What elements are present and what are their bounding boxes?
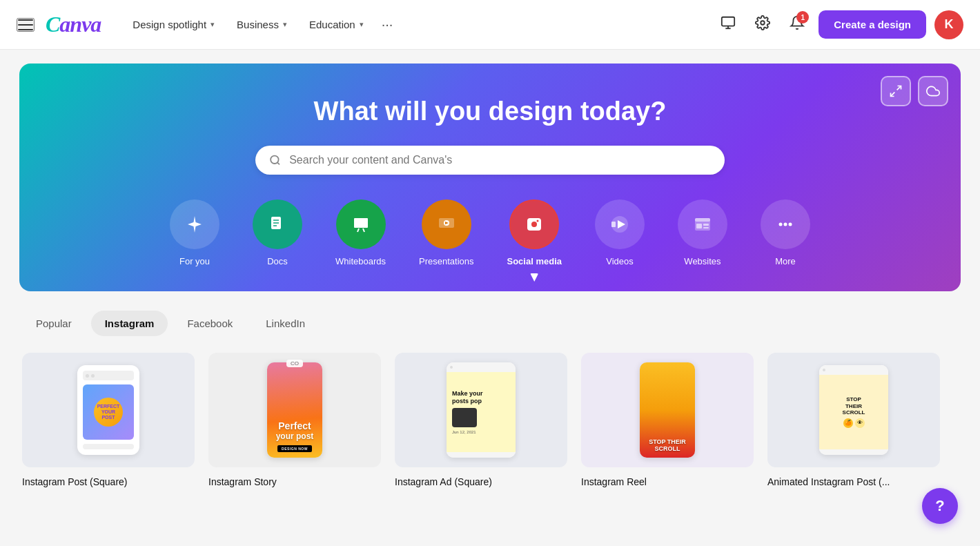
search-input[interactable] [289, 154, 711, 166]
videos-icon [595, 199, 645, 249]
presentations-label: Presentations [419, 256, 474, 266]
design-spotlight-label: Design spotlight [133, 19, 206, 30]
card-animated-instagram-post[interactable]: STOPTHEIRSCROLL 🍊 👁 Animated Instagram P… [767, 353, 940, 488]
websites-label: Websites [684, 256, 721, 266]
websites-icon [678, 199, 727, 249]
create-design-button[interactable]: Create a design [819, 10, 926, 39]
chevron-down-icon: ▾ [360, 20, 364, 29]
svg-line-7 [277, 162, 280, 164]
card-instagram-story[interactable]: Perfect your post DESIGN NOW CO Instagra… [208, 353, 381, 488]
card-label: Instagram Ad (Square) [395, 476, 492, 487]
svg-rect-22 [611, 222, 616, 227]
navbar: Canva Design spotlight ▾ Business ▾ Educ… [0, 0, 980, 50]
social-media-icon [509, 199, 559, 249]
tab-popular[interactable]: Popular [22, 311, 86, 336]
display-icon [721, 15, 736, 30]
hero-title: What will you design today? [47, 97, 933, 126]
svg-rect-12 [353, 217, 369, 228]
category-more[interactable]: More [761, 199, 810, 266]
svg-rect-24 [695, 218, 710, 222]
presentations-icon [422, 199, 471, 249]
category-whiteboards[interactable]: Whiteboards [335, 199, 386, 266]
resize-icon-button[interactable] [881, 76, 911, 106]
cloud-icon [926, 84, 940, 98]
categories-row: For you Docs [47, 199, 933, 266]
notifications-wrapper: 1 [784, 10, 810, 39]
canva-logo: Canva [46, 12, 101, 37]
svg-line-4 [897, 86, 901, 90]
hero-top-right-icons [881, 76, 948, 106]
business-label: Business [237, 19, 279, 30]
for-you-icon [170, 199, 219, 249]
hero-banner: What will you design today? For you [19, 64, 961, 291]
category-for-you[interactable]: For you [170, 199, 219, 266]
videos-label: Videos [606, 256, 634, 266]
chevron-down-icon: ▾ [283, 20, 287, 29]
svg-point-29 [783, 223, 787, 226]
settings-icon-button[interactable] [749, 10, 776, 39]
category-videos[interactable]: Videos [595, 199, 645, 266]
card-label: Instagram Reel [581, 476, 647, 487]
cloud-icon-button[interactable] [918, 76, 948, 106]
category-presentations[interactable]: Presentations [419, 199, 474, 266]
svg-point-28 [778, 223, 782, 226]
card-instagram-reel[interactable]: STOP THEIRSCROLL Instagram Reel [581, 353, 754, 488]
avatar[interactable]: K [934, 10, 963, 39]
whiteboards-label: Whiteboards [335, 256, 386, 266]
svg-rect-26 [703, 224, 709, 226]
tab-instagram[interactable]: Instagram [91, 311, 168, 336]
category-social-media[interactable]: Social media [507, 199, 562, 266]
for-you-label: For you [179, 256, 210, 266]
svg-point-6 [271, 156, 278, 164]
cards-section: PERFECTYOURPOST Instagram Post (Square) … [0, 347, 980, 510]
svg-point-3 [761, 21, 765, 25]
gear-icon [755, 15, 770, 30]
more-label: More [775, 256, 796, 266]
svg-point-20 [537, 220, 539, 222]
search-icon [269, 154, 281, 166]
tab-facebook[interactable]: Facebook [173, 311, 246, 336]
svg-rect-27 [703, 227, 709, 228]
category-docs[interactable]: Docs [253, 199, 302, 266]
card-instagram-ad-square[interactable]: Make yourposts pop Jun 12, 2021 Instagra… [395, 353, 567, 488]
tab-linkedin[interactable]: LinkedIn [252, 311, 319, 336]
social-media-label: Social media [507, 256, 562, 266]
whiteboards-icon [336, 199, 386, 249]
svg-rect-0 [722, 17, 734, 26]
display-icon-button[interactable] [715, 10, 741, 39]
nav-links: Design spotlight ▾ Business ▾ Education … [123, 11, 398, 38]
resize-icon [889, 84, 903, 98]
chevron-down-icon: ▾ [210, 20, 215, 29]
search-bar [255, 146, 725, 175]
tabs-section: Popular Instagram Facebook LinkedIn [0, 291, 980, 347]
more-icon [761, 199, 810, 249]
card-label: Animated Instagram Post (... [767, 476, 890, 487]
svg-line-5 [891, 92, 895, 97]
card-label: Instagram Post (Square) [22, 476, 128, 487]
docs-label: Docs [267, 256, 288, 266]
docs-icon [253, 199, 302, 249]
education-label: Education [309, 19, 355, 30]
nav-design-spotlight[interactable]: Design spotlight ▾ [123, 13, 224, 36]
nav-business[interactable]: Business ▾ [227, 13, 297, 36]
card-instagram-post-square[interactable]: PERFECTYOURPOST Instagram Post (Square) [22, 353, 195, 488]
category-websites[interactable]: Websites [678, 199, 727, 266]
hamburger-menu[interactable] [17, 18, 35, 32]
more-nav-dots[interactable]: ··· [376, 11, 399, 38]
svg-rect-25 [696, 224, 702, 228]
card-label: Instagram Story [208, 476, 277, 487]
nav-education[interactable]: Education ▾ [300, 13, 373, 36]
nav-right: 1 Create a design K [715, 10, 963, 39]
svg-point-30 [788, 223, 792, 226]
